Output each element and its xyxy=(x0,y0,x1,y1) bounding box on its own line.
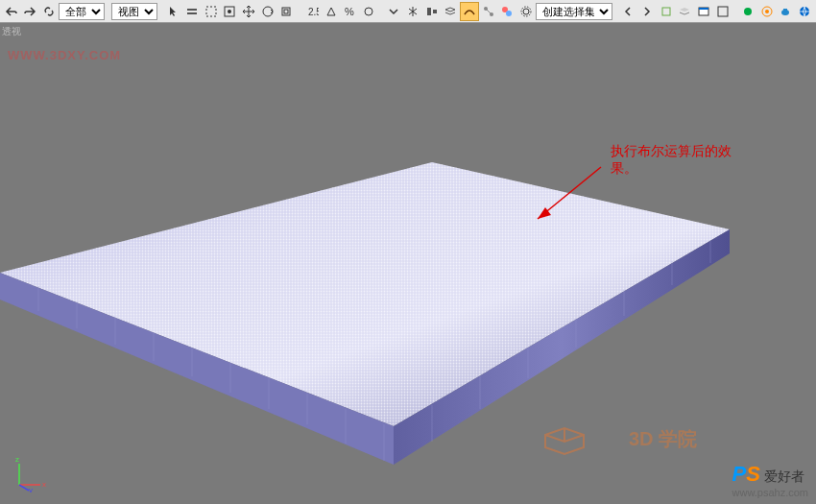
svg-rect-19 xyxy=(662,8,670,15)
resource-button[interactable] xyxy=(657,2,676,21)
window-crossing-button[interactable] xyxy=(221,2,240,21)
svg-rect-21 xyxy=(699,8,708,10)
svg-rect-12 xyxy=(433,10,437,13)
svg-point-5 xyxy=(263,7,273,16)
ps-url: www.psahz.com xyxy=(732,487,808,498)
svg-rect-7 xyxy=(284,10,288,13)
axis-gizmo: z x y xyxy=(12,454,50,492)
perspective-viewport[interactable]: 透视 WWW.3DXY.COM xyxy=(0,23,816,504)
filter-dropdown[interactable]: 全部 xyxy=(59,3,105,20)
snap-toggle-button[interactable]: 2.5 xyxy=(302,2,322,21)
select-name-button[interactable] xyxy=(182,2,202,21)
svg-line-51 xyxy=(19,485,29,491)
perforated-panel-mesh xyxy=(0,157,730,465)
svg-point-25 xyxy=(765,10,769,13)
teapot-button[interactable] xyxy=(777,2,796,21)
selection-set-dropdown[interactable]: 创建选择集 xyxy=(536,3,612,20)
svg-rect-22 xyxy=(718,7,728,16)
align-button[interactable] xyxy=(422,2,442,21)
frame-button[interactable] xyxy=(713,2,732,21)
svg-text:%: % xyxy=(345,6,354,17)
snap-angle-button[interactable] xyxy=(322,2,341,21)
dialog-button[interactable] xyxy=(694,2,713,21)
annotation-arrow xyxy=(526,163,603,230)
render-setup-button[interactable] xyxy=(516,2,536,21)
curve-editor-button[interactable] xyxy=(460,2,479,21)
spinner-snap-button[interactable] xyxy=(359,2,378,21)
rotate-button[interactable] xyxy=(258,2,277,21)
svg-text:y: y xyxy=(29,486,33,492)
svg-point-17 xyxy=(523,9,529,14)
scale-button[interactable] xyxy=(277,2,297,21)
mirror-button[interactable] xyxy=(403,2,422,21)
svg-rect-6 xyxy=(282,8,290,15)
annotation-line2: 果。 xyxy=(611,160,637,176)
layer-manager-button[interactable] xyxy=(676,2,695,21)
svg-rect-1 xyxy=(187,12,197,14)
ps-logo: PS xyxy=(732,462,760,486)
next-button[interactable] xyxy=(637,2,657,21)
prev-button[interactable] xyxy=(619,2,638,21)
ps-text: 爱好者 xyxy=(764,468,804,484)
svg-point-4 xyxy=(228,10,231,13)
svg-text:z: z xyxy=(15,455,19,464)
watermark-3d-logo: 3D 学院 xyxy=(540,420,701,466)
render-button[interactable] xyxy=(738,2,757,21)
main-toolbar: 全部 视图 2.5 % 创建选择集 xyxy=(0,0,816,23)
schematic-button[interactable] xyxy=(479,2,498,21)
annotation-line1: 执行布尔运算后的效 xyxy=(611,143,732,158)
watermark-ps: PS 爱好者 www.psahz.com xyxy=(732,462,808,498)
edit-named-button[interactable] xyxy=(385,2,404,21)
undo-button[interactable] xyxy=(2,2,21,21)
svg-rect-0 xyxy=(187,9,197,11)
annotation-text: 执行布尔运算后的效 果。 xyxy=(611,142,732,177)
snap-percent-button[interactable]: % xyxy=(340,2,359,21)
quick-render-button[interactable] xyxy=(757,2,777,21)
svg-rect-11 xyxy=(427,8,431,15)
svg-point-10 xyxy=(365,8,372,15)
select-button[interactable] xyxy=(164,2,183,21)
view-dropdown[interactable]: 视图 xyxy=(111,3,157,20)
svg-text:2.5: 2.5 xyxy=(308,7,319,17)
svg-point-23 xyxy=(744,8,752,15)
link-button[interactable] xyxy=(39,2,59,21)
svg-rect-27 xyxy=(783,9,787,11)
select-region-button[interactable] xyxy=(202,2,221,21)
svg-text:x: x xyxy=(42,480,46,489)
layers-button[interactable] xyxy=(442,2,461,21)
svg-point-16 xyxy=(506,11,512,16)
material-button[interactable] xyxy=(497,2,516,21)
redo-button[interactable] xyxy=(21,2,40,21)
globe-button[interactable] xyxy=(795,2,814,21)
move-button[interactable] xyxy=(239,2,258,21)
svg-rect-2 xyxy=(206,7,216,16)
